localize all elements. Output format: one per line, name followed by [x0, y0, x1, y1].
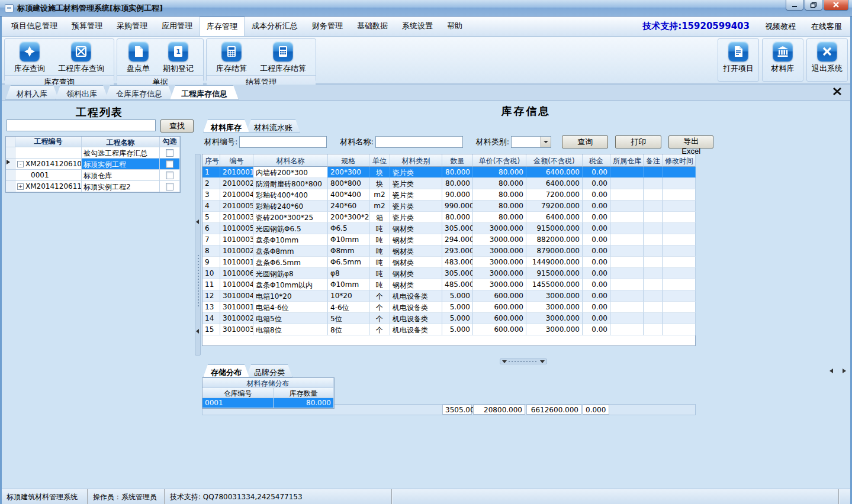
grid-col-规格[interactable]: 规格: [328, 154, 369, 167]
table-row[interactable]: 153010003电箱8位8位个机电设备类5.000600.0003000.00…: [202, 324, 695, 335]
menu-item-应用管理[interactable]: 应用管理: [155, 17, 200, 36]
grid-col-单价(不含税)[interactable]: 单价(不含税): [473, 154, 526, 167]
grid-cell: 3010003: [220, 324, 253, 335]
grid-col-修改时间[interactable]: 修改时间: [663, 154, 696, 167]
tab-领料出库[interactable]: 领料出库: [55, 85, 108, 100]
table-row[interactable]: 101010006光圆钢筋φ8φ8吨钢材类305.0003000.0009150…: [202, 268, 695, 279]
project-tree-row[interactable]: 被勾选工程库存汇总: [6, 147, 180, 159]
restore-button[interactable]: [805, 0, 822, 11]
table-row[interactable]: 22010002防滑耐磨砖800*800800*800块瓷片类80.00080.…: [202, 178, 695, 189]
table-row[interactable]: 91010001盘条Φ6.5mmΦ6.5mm吨钢材类483.0003000.00…: [202, 257, 695, 268]
material-code-input[interactable]: [239, 136, 327, 148]
table-row[interactable]: 61010005光园钢筋Φ6.5Φ6.5吨钢材类305.0003000.0009…: [202, 223, 695, 234]
horizontal-splitter[interactable]: [500, 358, 547, 364]
tab-close-button[interactable]: [832, 87, 842, 98]
grid-col-序号[interactable]: 序号: [202, 154, 220, 167]
toolbar-button-库存结算[interactable]: 库存结算: [211, 40, 252, 75]
table-row[interactable]: 81010002盘条Φ8mmΦ8mm吨钢材类293.0003000.000879…: [202, 245, 695, 257]
video-tutorial-link[interactable]: 视频教程: [765, 21, 796, 32]
inventory-tab-strip: 材料库存材料流水账: [203, 119, 297, 133]
grid-col-数量[interactable]: 数量: [442, 154, 473, 167]
storage-row[interactable]: 000180.000: [202, 398, 334, 408]
project-tree-row[interactable]: +XM201412061137标顶实例工程2: [6, 181, 180, 192]
summary-amount: 6612600.000: [526, 405, 581, 415]
menu-item-系统设置[interactable]: 系统设置: [395, 17, 440, 36]
grid-col-金额(不含税)[interactable]: 金额(不含税): [526, 154, 583, 167]
table-row[interactable]: 111010004盘条Φ10mm以内Φ10mm吨钢材类485.0003000.0…: [202, 279, 695, 290]
grid-col-单位[interactable]: 单位: [369, 154, 390, 167]
expand-icon[interactable]: +: [17, 183, 24, 190]
status-resize-grip[interactable]: [840, 489, 850, 504]
table-row[interactable]: 12010001内墙砖200*300200*300块瓷片类80.00080.00…: [202, 167, 695, 178]
col-warehouse-code[interactable]: 仓库编号: [202, 388, 274, 398]
project-search-input[interactable]: [7, 119, 156, 131]
table-row[interactable]: 123010004电箱10*2010*20个机电设备类5.000600.0003…: [202, 290, 695, 302]
toolbar-button-期初登记[interactable]: 1期初登记: [158, 40, 198, 75]
close-button[interactable]: [824, 0, 848, 11]
stock-qty: 80.000: [274, 398, 334, 408]
menu-item-库存管理[interactable]: 库存管理: [200, 17, 245, 36]
query-button[interactable]: 查询: [562, 135, 608, 148]
grid-col-材料类别[interactable]: 材料类别: [390, 154, 442, 167]
menu-item-成本分析汇总[interactable]: 成本分析汇总: [245, 17, 305, 36]
tab-工程库存信息[interactable]: 工程库存信息: [170, 85, 239, 100]
collapse-icon[interactable]: -: [17, 161, 24, 167]
toolbar-button-工程库存查询[interactable]: 工程库存查询: [53, 40, 109, 75]
scroll-right-icon[interactable]: [840, 367, 848, 375]
toolbar-button-盘点单[interactable]: 盘点单: [122, 40, 155, 75]
toolbar-button-label: 打开项目: [723, 63, 754, 74]
vertical-splitter[interactable]: [195, 154, 201, 356]
project-checkbox[interactable]: [166, 160, 173, 168]
toolbar-button-退出系统[interactable]: 退出系统: [806, 38, 848, 82]
scroll-left-icon[interactable]: [827, 367, 835, 375]
grid-empty-area: [202, 335, 695, 345]
grid-cell: 盘条Φ6.5mm: [253, 257, 328, 268]
grid-col-备注[interactable]: 备注: [644, 154, 663, 167]
tab-仓库库存信息[interactable]: 仓库库存信息: [105, 85, 173, 100]
chevron-down-icon[interactable]: [541, 137, 551, 147]
table-row[interactable]: 143010002电箱5位5位个机电设备类5.000600.0003000.00…: [202, 313, 695, 324]
export-excel-button[interactable]: 导出Excel: [668, 135, 713, 148]
project-search-button[interactable]: 查找: [160, 119, 194, 133]
grid-cell: 1010003: [220, 234, 253, 245]
toolbar-button-label: 期初登记: [163, 63, 194, 74]
tab-存储分布[interactable]: 存储分布: [203, 364, 249, 377]
menu-item-项目信息管理[interactable]: 项目信息管理: [4, 17, 65, 36]
grid-cell: 5.000: [442, 302, 473, 313]
table-row[interactable]: 52010003瓷砖200*300*25200*300*25箱瓷片类80.000…: [202, 212, 695, 223]
toolbar: 库存查询工程库存查询库存查询盘点单1期初登记单据库存结算工程库存结算结算管理 打…: [2, 37, 850, 85]
project-checkbox[interactable]: [166, 172, 173, 179]
toolbar-button-库存查询[interactable]: 库存查询: [9, 40, 50, 75]
online-service-link[interactable]: 在线客服: [811, 21, 842, 32]
table-row[interactable]: 71010003盘条Φ10mmΦ10mm吨钢材类294.0003000.0008…: [202, 234, 695, 245]
print-button[interactable]: 打印: [615, 135, 661, 148]
toolbar-button-打开项目[interactable]: 打开项目: [718, 38, 759, 82]
material-name-input[interactable]: [375, 136, 463, 148]
project-checkbox[interactable]: [166, 183, 173, 190]
grid-col-编号[interactable]: 编号: [220, 154, 253, 167]
tab-材料入库[interactable]: 材料入库: [5, 85, 59, 100]
minimize-button[interactable]: [786, 0, 803, 11]
menu-item-基础数据[interactable]: 基础数据: [350, 17, 395, 36]
project-tree-row[interactable]: -XM201412061046标顶实例工程: [6, 159, 180, 170]
menu-item-帮助[interactable]: 帮助: [440, 17, 470, 36]
tab-材料库存[interactable]: 材料库存: [203, 119, 249, 133]
menu-item-预算管理[interactable]: 预算管理: [65, 17, 110, 36]
tab-品牌分类[interactable]: 品牌分类: [246, 364, 292, 377]
system-menu-icon[interactable]: [5, 4, 14, 12]
tab-材料流水账[interactable]: 材料流水账: [246, 119, 300, 133]
grid-col-税金[interactable]: 税金: [583, 154, 610, 167]
menu-item-采购管理[interactable]: 采购管理: [110, 17, 155, 36]
toolbar-button-材料库[interactable]: 材料库: [762, 38, 803, 82]
menu-item-财务管理[interactable]: 财务管理: [305, 17, 350, 36]
table-row[interactable]: 42010005彩釉砖240*60240*60m2瓷片类990.00080.00…: [202, 201, 695, 212]
material-category-select[interactable]: [511, 136, 551, 148]
grid-col-所属仓库[interactable]: 所属仓库: [610, 154, 644, 167]
project-checkbox[interactable]: [166, 149, 173, 157]
table-row[interactable]: 133010001电箱4-6位4-6位个机电设备类5.000600.000300…: [202, 302, 695, 313]
grid-col-材料名称[interactable]: 材料名称: [253, 154, 328, 167]
col-stock-qty[interactable]: 库存数量: [274, 388, 334, 398]
project-tree-row[interactable]: 0001标顶仓库: [6, 170, 180, 181]
table-row[interactable]: 32010004彩釉砖400*400400*400m2瓷片类90.00080.0…: [202, 189, 695, 201]
toolbar-button-工程库存结算[interactable]: 工程库存结算: [255, 40, 311, 75]
